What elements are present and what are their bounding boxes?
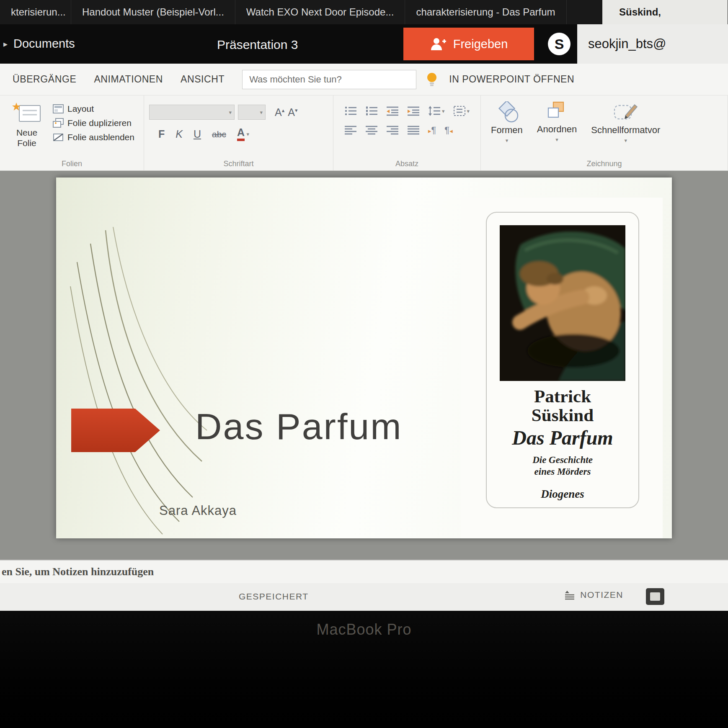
comments-icon <box>650 592 660 601</box>
ribbon-tab-strip: ÜBERGÄNGE ANIMATIONEN ANSICHT IN POWERPO… <box>0 64 728 95</box>
layout-label: Layout <box>67 104 94 114</box>
quick-styles-label: Schnellformatvor <box>591 125 660 136</box>
group-caption-drawing: Zeichnung <box>481 159 728 168</box>
align-left-button[interactable] <box>344 125 357 136</box>
new-slide-label: Neue Folie <box>16 127 37 148</box>
align-left-icon <box>344 125 357 136</box>
increase-indent-icon <box>407 105 420 116</box>
breadcrumb[interactable]: ▸ Documents <box>3 37 75 51</box>
numbered-list-icon <box>365 105 378 116</box>
decrease-indent-icon <box>386 105 399 116</box>
ribbon-group-drawing: Formen ▾ Anordnen ▾ Schnellformatvor ▾ <box>481 95 728 170</box>
tell-me-search <box>242 70 416 89</box>
group-caption-paragraph: Absatz <box>333 159 480 168</box>
text-direction-rtl-button[interactable]: ¶◂ <box>444 125 452 136</box>
text-placeholder-button[interactable]: ▾ <box>453 105 470 116</box>
justify-button[interactable] <box>407 125 420 136</box>
ribbon-group-font: ▾ ▾ A▴ A▾ F K U abc A ▾ Schriftart <box>144 95 333 170</box>
numbered-list-button[interactable] <box>365 105 378 116</box>
cover-author: Patrick Süskind <box>532 387 594 424</box>
book-cover-painting <box>500 225 625 381</box>
slide-title[interactable]: Das Parfum <box>195 405 403 448</box>
layout-icon <box>53 104 64 113</box>
hide-slide-label: Folie ausblenden <box>67 132 134 142</box>
group-caption-slides: Folien <box>0 159 144 168</box>
slide[interactable]: Das Parfum Sara Akkaya <box>56 177 672 538</box>
tab-view[interactable]: ANSICHT <box>181 74 225 85</box>
notes-icon <box>564 590 575 600</box>
browser-tab[interactable]: kterisierun... <box>0 0 71 24</box>
font-name-dropdown[interactable]: ▾ <box>149 105 235 120</box>
slide-canvas: Das Parfum Sara Akkaya <box>0 171 728 560</box>
browser-tab[interactable]: Watch EXO Next Door Episode... <box>235 0 405 24</box>
strikethrough-button[interactable]: abc <box>212 129 226 139</box>
line-spacing-icon <box>428 105 441 116</box>
share-button[interactable]: Freigeben <box>403 28 534 60</box>
hide-slide-icon <box>53 133 64 142</box>
italic-button[interactable]: K <box>176 128 183 140</box>
app-header: ▸ Documents Präsentation 3 Freigeben S s… <box>0 24 728 64</box>
text-direction-ltr-button[interactable]: ▸¶ <box>428 125 436 136</box>
browser-tab[interactable]: Handout Muster (Beispiel-Vorl... <box>71 0 235 24</box>
person-add-icon <box>430 37 447 51</box>
increase-indent-button[interactable] <box>407 105 420 116</box>
book-cover-frame: Patrick Süskind Das Parfum Die Geschicht… <box>486 212 639 508</box>
underline-button[interactable]: U <box>194 128 201 140</box>
tab-transitions[interactable]: ÜBERGÄNGE <box>13 74 76 85</box>
decrease-indent-button[interactable] <box>386 105 399 116</box>
browser-tab-active[interactable]: charakterisierung - Das Parfum <box>405 0 566 24</box>
duplicate-slide-icon <box>53 118 64 128</box>
book-cover-image[interactable]: Patrick Süskind Das Parfum Die Geschicht… <box>461 198 663 538</box>
duplicate-slide-button[interactable]: Folie duplizieren <box>53 118 134 128</box>
browser-tab[interactable]: Süskind, <box>602 0 728 24</box>
font-size-dropdown[interactable]: ▾ <box>238 105 266 120</box>
shapes-button[interactable]: Formen ▾ <box>491 101 523 158</box>
duplicate-slide-label: Folie duplizieren <box>67 118 132 128</box>
browser-tab-bar: kterisierun... Handout Muster (Beispiel-… <box>0 0 728 24</box>
ribbon-group-slides: Neue Folie Layout <box>0 95 144 170</box>
shapes-label: Formen <box>491 125 523 136</box>
notes-toggle-button[interactable]: NOTIZEN <box>564 590 623 600</box>
notes-toggle-label: NOTIZEN <box>580 590 623 600</box>
share-label: Freigeben <box>453 37 508 51</box>
line-spacing-button[interactable]: ▾ <box>428 105 445 116</box>
account-name[interactable]: seokjin_bts@ <box>577 24 728 64</box>
text-placeholder-icon <box>453 105 466 116</box>
group-caption-font: Schriftart <box>144 159 333 168</box>
breadcrumb-label: Documents <box>13 37 75 51</box>
arrange-label: Anordnen <box>537 124 577 135</box>
document-title[interactable]: Präsentation 3 <box>217 38 298 52</box>
grass-decoration <box>64 227 208 538</box>
screen: kterisierun... Handout Muster (Beispiel-… <box>0 0 728 728</box>
grow-font-button[interactable]: A▴ <box>275 106 284 118</box>
font-color-button[interactable]: A ▾ <box>237 127 249 141</box>
bold-button[interactable]: F <box>158 128 165 140</box>
device-bezel: MacBook Pro <box>0 611 728 728</box>
new-slide-icon <box>12 102 42 125</box>
ribbon-group-paragraph: ▾ ▾ <box>333 95 481 170</box>
quick-styles-dropdown-arrow: ▾ <box>624 137 627 144</box>
layout-button[interactable]: Layout <box>53 104 134 114</box>
notes-pane[interactable]: en Sie, um Notizen hinzuzufügen <box>0 560 728 583</box>
skype-icon[interactable]: S <box>548 33 571 55</box>
device-label: MacBook Pro <box>316 621 411 728</box>
status-bar: GESPEICHERT NOTIZEN <box>0 583 728 611</box>
tab-animations[interactable]: ANIMATIONEN <box>94 74 163 85</box>
arrange-icon <box>546 101 568 122</box>
align-right-button[interactable] <box>386 125 399 136</box>
open-in-powerpoint-button[interactable]: IN POWERPOINT ÖFFNEN <box>449 74 574 85</box>
hide-slide-button[interactable]: Folie ausblenden <box>53 132 134 142</box>
new-slide-button[interactable]: Neue Folie <box>5 102 49 158</box>
cover-subtitle: Die Geschichte eines Mörders <box>532 454 593 478</box>
slide-author[interactable]: Sara Akkaya <box>159 503 237 518</box>
arrange-button[interactable]: Anordnen ▾ <box>537 101 577 158</box>
shapes-dropdown-arrow: ▾ <box>506 137 509 144</box>
search-input[interactable] <box>242 70 416 89</box>
align-center-button[interactable] <box>365 125 378 136</box>
bullet-list-button[interactable] <box>344 105 357 116</box>
quick-styles-button[interactable]: Schnellformatvor ▾ <box>591 101 660 158</box>
font-color-dropdown-arrow: ▾ <box>246 131 249 137</box>
comments-button[interactable] <box>646 588 664 605</box>
font-color-letter: A <box>237 127 245 141</box>
shrink-font-button[interactable]: A▾ <box>288 106 297 118</box>
